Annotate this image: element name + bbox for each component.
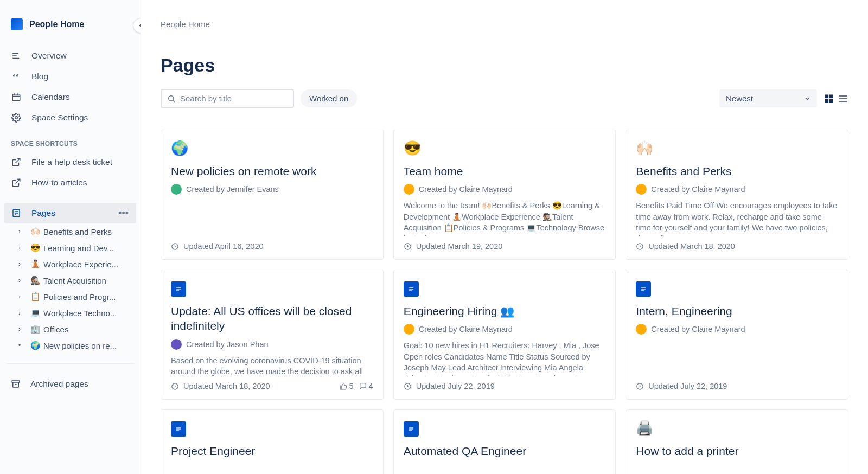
tree-item[interactable]: ›🕵🏽Talent Acquisition <box>16 272 136 289</box>
page-card[interactable]: Automated QA Engineer <box>393 409 616 474</box>
gear-icon <box>11 113 22 123</box>
like-count[interactable]: 5 <box>340 382 354 390</box>
emoji-icon: 😎 <box>404 140 421 156</box>
clock-icon <box>171 382 179 390</box>
page-card[interactable]: Update: All US offices will be closed in… <box>161 270 384 400</box>
page-card[interactable]: Engineering Hiring 👥 Created by Claire M… <box>393 270 616 400</box>
list-view-button[interactable] <box>838 93 848 104</box>
svg-rect-32 <box>340 386 342 389</box>
emoji-icon: 🌍 <box>30 341 40 350</box>
emoji-icon: 🕵🏽 <box>30 276 40 285</box>
svg-rect-33 <box>409 287 413 288</box>
svg-rect-2 <box>12 58 19 59</box>
page-card[interactable]: Project Engineer <box>161 409 384 474</box>
svg-rect-44 <box>409 427 413 428</box>
tree-item-label: Learning and Dev... <box>43 244 114 253</box>
page-tree: ›🙌🏻Benefits and Perks ›😎Learning and Dev… <box>4 223 136 354</box>
sidebar-shortcut-help-desk[interactable]: File a help desk ticket <box>4 152 136 172</box>
search-input[interactable] <box>180 94 288 103</box>
bullet-icon: • <box>18 342 27 349</box>
svg-rect-41 <box>176 427 181 428</box>
card-updated: Updated April 16, 2020 <box>183 242 264 251</box>
comment-count[interactable]: 4 <box>359 382 373 390</box>
svg-rect-28 <box>176 287 181 288</box>
page-icon <box>11 208 22 218</box>
svg-rect-43 <box>176 430 179 431</box>
emoji-icon: 🏢 <box>30 324 40 334</box>
card-author: Created by Claire Maynard <box>651 185 745 194</box>
card-title: New policies on remote work <box>171 164 373 178</box>
sort-label: Newest <box>726 94 753 103</box>
sidebar-item-label: Calendars <box>31 92 70 102</box>
emoji-icon: 🙌🏻 <box>636 140 653 156</box>
tree-item[interactable]: ›🙌🏻Benefits and Perks <box>16 223 136 240</box>
card-author: Created by Claire Maynard <box>419 325 513 334</box>
page-card[interactable]: 🙌🏻 Benefits and Perks Created by Claire … <box>626 130 848 260</box>
chevron-right-icon[interactable]: › <box>18 293 27 300</box>
card-author: Created by Claire Maynard <box>651 325 745 334</box>
card-title: Intern, Engineering <box>636 304 838 318</box>
sidebar-shortcut-howto[interactable]: How-to articles <box>4 172 136 193</box>
main-content: People Home Pages Worked on Newest <box>141 0 868 474</box>
svg-rect-45 <box>409 428 413 429</box>
chevron-right-icon[interactable]: › <box>18 277 27 284</box>
card-title: Automated QA Engineer <box>404 444 606 458</box>
space-header[interactable]: People Home <box>4 13 136 46</box>
doc-icon <box>404 281 419 297</box>
sidebar-item-archived[interactable]: Archived pages <box>4 374 136 394</box>
card-updated: Updated July 22, 2019 <box>416 382 495 390</box>
sort-dropdown[interactable]: Newest <box>719 89 817 107</box>
svg-rect-42 <box>176 428 181 429</box>
chevron-right-icon[interactable]: › <box>18 228 27 235</box>
emoji-icon: 🌍 <box>171 140 188 156</box>
clock-icon <box>171 242 179 251</box>
sidebar-item-pages[interactable]: Pages ••• <box>4 203 136 223</box>
grid-view-button[interactable] <box>824 93 834 104</box>
svg-rect-20 <box>825 99 829 103</box>
sidebar-item-label: File a help desk ticket <box>31 157 112 167</box>
card-excerpt: Goal: 10 new hires in H1 Recruiters: Har… <box>404 340 606 376</box>
card-updated: Updated March 18, 2020 <box>648 242 735 251</box>
sidebar-item-overview[interactable]: Overview <box>4 46 136 66</box>
page-card[interactable]: 🖨️ How to add a printer <box>626 409 848 474</box>
page-card[interactable]: Intern, Engineering Created by Claire Ma… <box>626 270 848 400</box>
svg-rect-29 <box>176 289 181 289</box>
chevron-right-icon[interactable]: › <box>18 260 27 268</box>
clock-icon <box>636 382 644 390</box>
space-logo-icon <box>11 18 23 30</box>
tree-item[interactable]: ›🧘🏽Workplace Experie... <box>16 256 136 272</box>
card-title: Engineering Hiring 👥 <box>404 304 606 318</box>
svg-rect-18 <box>825 94 829 98</box>
tree-item-label: Offices <box>43 325 68 334</box>
svg-line-17 <box>173 100 175 102</box>
filter-chip-worked-on[interactable]: Worked on <box>301 89 357 107</box>
clock-icon <box>636 242 644 251</box>
tree-item-label: New policies on re... <box>43 341 117 350</box>
emoji-icon: 🧘🏽 <box>30 259 40 269</box>
sidebar-item-blog[interactable]: Blog <box>4 66 136 87</box>
card-title: Benefits and Perks <box>636 164 838 178</box>
svg-rect-37 <box>641 287 646 288</box>
page-card[interactable]: 😎 Team home Created by Claire Maynard We… <box>393 130 616 260</box>
sidebar-item-calendars[interactable]: Calendars <box>4 87 136 107</box>
card-grid: 🌍 New policies on remote work Created by… <box>161 130 848 474</box>
sidebar-item-label: Overview <box>31 51 67 61</box>
card-updated: Updated March 19, 2020 <box>416 242 503 251</box>
chevron-right-icon[interactable]: › <box>18 244 27 252</box>
tree-item[interactable]: ›😎Learning and Dev... <box>16 240 136 256</box>
tree-item[interactable]: ›📋Policies and Progr... <box>16 289 136 305</box>
more-icon[interactable]: ••• <box>118 208 129 219</box>
card-excerpt: Welcome to the team! 🙌🏻Benefits & Perks … <box>404 200 606 236</box>
svg-rect-3 <box>12 94 20 101</box>
chevron-right-icon[interactable]: › <box>18 309 27 317</box>
card-author: Created by Claire Maynard <box>419 185 513 194</box>
chevron-right-icon[interactable]: › <box>18 325 27 333</box>
tree-item[interactable]: ›💻Workplace Techno... <box>16 305 136 321</box>
sidebar-item-label: Archived pages <box>30 379 88 389</box>
breadcrumb[interactable]: People Home <box>161 20 848 29</box>
sidebar-item-space-settings[interactable]: Space Settings <box>4 107 136 128</box>
tree-item[interactable]: ›🏢Offices <box>16 321 136 337</box>
tree-item[interactable]: •🌍New policies on re... <box>16 337 136 354</box>
page-card[interactable]: 🌍 New policies on remote work Created by… <box>161 130 384 260</box>
search-input-wrap[interactable] <box>161 89 294 108</box>
